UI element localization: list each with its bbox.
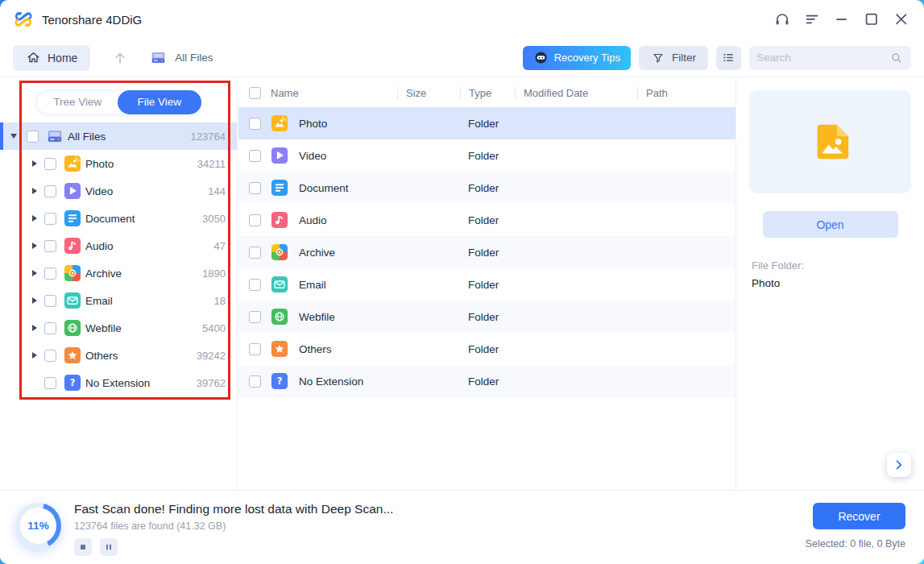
table-row-document[interactable]: Document Folder	[238, 172, 735, 204]
maximize-icon[interactable]	[862, 10, 881, 29]
sidebar-item-count: 5400	[202, 322, 226, 334]
expander-icon[interactable]	[10, 134, 17, 139]
column-header-size[interactable]: Size	[397, 87, 460, 99]
table-row-webfile[interactable]: Webfile Folder	[238, 301, 735, 333]
file-type-icon	[271, 276, 288, 293]
row-checkbox[interactable]	[249, 118, 261, 130]
row-checkbox[interactable]	[249, 182, 261, 194]
expander-icon[interactable]	[32, 215, 37, 222]
column-header-modified-date[interactable]: Modified Date	[515, 87, 637, 99]
table-row-others[interactable]: Others Folder	[238, 333, 735, 365]
open-button[interactable]: Open	[763, 211, 898, 238]
column-header-path[interactable]: Path	[637, 87, 735, 99]
sidebar-item-email[interactable]: Email 18	[0, 287, 237, 314]
checkbox[interactable]	[44, 350, 56, 362]
toolbar-right: Recovery Tips Filter	[523, 46, 911, 70]
sidebar-item-webfile[interactable]: Webfile 5400	[0, 314, 237, 342]
checkbox[interactable]	[44, 377, 56, 389]
row-checkbox[interactable]	[249, 279, 261, 291]
row-checkbox[interactable]	[249, 343, 261, 355]
checkbox[interactable]	[44, 213, 56, 225]
menu-icon[interactable]	[802, 10, 822, 29]
sidebar-item-video[interactable]: Video 144	[0, 177, 237, 205]
table-row-no-extension[interactable]: ? No Extension Folder	[238, 365, 735, 397]
row-type: Folder	[460, 279, 515, 291]
file-type-icon	[64, 237, 81, 255]
row-type: Folder	[460, 375, 515, 388]
robot-icon	[533, 50, 549, 65]
headset-icon[interactable]	[773, 10, 792, 29]
row-name: Audio	[299, 214, 327, 226]
expander-icon[interactable]	[32, 188, 37, 194]
scan-progress-ring: 11%	[15, 503, 61, 549]
recovery-tips-button[interactable]: Recovery Tips	[523, 46, 631, 70]
app-logo-icon	[13, 9, 34, 30]
checkbox[interactable]	[44, 158, 56, 170]
stop-scan-button[interactable]	[74, 538, 92, 556]
checkbox[interactable]	[44, 240, 56, 252]
close-icon[interactable]	[892, 10, 911, 29]
sidebar-item-photo[interactable]: Photo 34211	[0, 150, 237, 177]
list-view-icon	[721, 50, 736, 65]
row-checkbox[interactable]	[249, 150, 261, 162]
row-type: Folder	[460, 247, 515, 259]
sidebar-item-audio[interactable]: Audio 47	[0, 232, 237, 259]
file-type-icon	[64, 182, 81, 200]
sidebar-item-archive[interactable]: Archive 1890	[0, 259, 237, 287]
minimize-icon[interactable]	[832, 10, 851, 29]
row-checkbox[interactable]	[249, 375, 261, 388]
checkbox[interactable]	[44, 322, 56, 334]
row-checkbox[interactable]	[249, 311, 261, 323]
collapse-panel-button[interactable]	[887, 453, 911, 477]
recovery-tips-label: Recovery Tips	[554, 52, 620, 64]
home-label: Home	[48, 52, 77, 64]
expander-icon[interactable]	[32, 160, 37, 167]
recover-button[interactable]: Recover	[813, 503, 905, 529]
expander-icon[interactable]	[32, 297, 37, 304]
checkbox[interactable]	[44, 185, 56, 197]
sidebar-item-count: 144	[208, 185, 226, 197]
selected-info: Selected: 0 file, 0 Byte	[806, 538, 905, 549]
progress-percent: 11%	[27, 520, 48, 532]
home-button[interactable]: Home	[13, 45, 90, 71]
table-row-archive[interactable]: Archive Folder	[238, 236, 735, 268]
sidebar-item-all-files[interactable]: All Files 123764	[0, 122, 237, 150]
navigate-up-icon[interactable]	[111, 49, 129, 67]
checkbox[interactable]	[27, 131, 39, 143]
file-type-icon	[64, 346, 81, 364]
sidebar-item-count: 39242	[197, 350, 226, 362]
expander-icon[interactable]	[32, 243, 37, 249]
tab-file-view[interactable]: File View	[118, 90, 201, 114]
sidebar: Tree View File View All Files 123764 Pho…	[0, 78, 238, 490]
table-row-email[interactable]: Email Folder	[238, 268, 735, 301]
expander-icon[interactable]	[32, 270, 37, 276]
filter-button[interactable]: Filter	[639, 46, 708, 70]
table-row-photo[interactable]: Photo Folder	[238, 107, 735, 139]
scan-controls	[74, 538, 393, 556]
table-row-video[interactable]: Video Folder	[238, 139, 735, 172]
tab-tree-view[interactable]: Tree View	[37, 91, 118, 114]
row-checkbox[interactable]	[249, 214, 261, 226]
row-checkbox[interactable]	[249, 247, 261, 259]
table-row-audio[interactable]: Audio Folder	[238, 204, 735, 236]
expander-icon[interactable]	[32, 325, 37, 331]
sidebar-item-others[interactable]: Others 39242	[0, 342, 237, 369]
breadcrumb[interactable]: All Files	[150, 49, 213, 66]
checkbox[interactable]	[44, 295, 56, 307]
select-all-checkbox[interactable]	[249, 87, 261, 99]
search-input[interactable]	[756, 52, 889, 64]
expander-icon[interactable]	[32, 352, 37, 359]
row-name: No Extension	[299, 375, 363, 388]
search-icon[interactable]	[889, 51, 904, 65]
checkbox[interactable]	[44, 267, 56, 280]
row-type: Folder	[460, 214, 515, 226]
sidebar-item-no-extension[interactable]: ? No Extension 39762	[0, 369, 237, 396]
file-type-icon	[271, 147, 288, 164]
sidebar-item-document[interactable]: Document 3050	[0, 205, 237, 232]
pause-scan-button[interactable]	[100, 538, 118, 556]
column-header-type[interactable]: Type	[460, 87, 515, 99]
row-type: Folder	[460, 343, 515, 355]
svg-text:?: ?	[70, 377, 76, 388]
list-view-button[interactable]	[716, 46, 741, 70]
column-header-name[interactable]: Name	[271, 87, 397, 99]
